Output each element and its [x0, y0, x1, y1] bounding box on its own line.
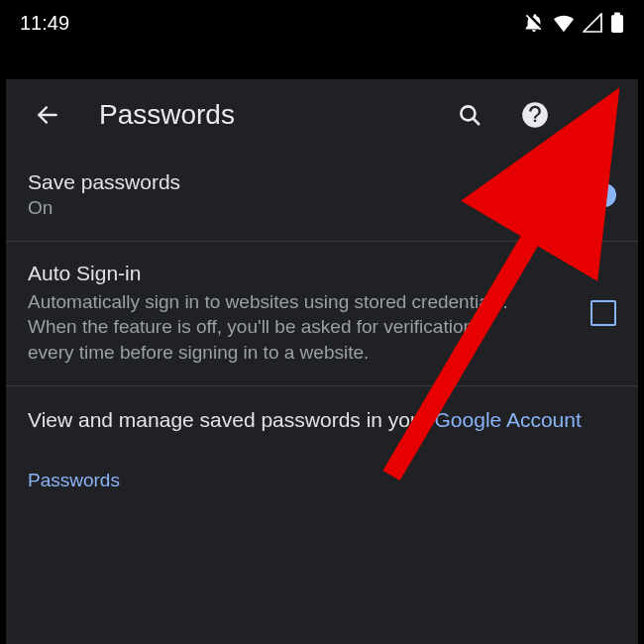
more-vert-icon [589, 103, 612, 127]
svg-rect-0 [611, 15, 623, 33]
app-content: Passwords Save passwords On Auto [6, 79, 638, 644]
arrow-left-icon [35, 102, 60, 128]
passwords-section-header: Passwords [6, 444, 638, 501]
setting-label: Save passwords [28, 170, 557, 194]
app-bar: Passwords [6, 79, 638, 151]
svg-point-6 [598, 106, 602, 110]
help-icon [521, 101, 549, 129]
svg-line-4 [473, 118, 479, 124]
help-button[interactable] [511, 91, 559, 139]
check-icon [593, 303, 613, 323]
svg-point-8 [598, 120, 602, 124]
back-button[interactable] [24, 91, 71, 139]
svg-rect-1 [614, 13, 620, 16]
save-passwords-toggle[interactable] [573, 181, 616, 209]
manage-passwords-note: View and manage saved passwords in your … [6, 386, 638, 444]
save-passwords-setting[interactable]: Save passwords On [6, 151, 638, 242]
auto-signin-checkbox[interactable] [590, 300, 616, 326]
cellular-icon [583, 13, 602, 33]
setting-description: Automatically sign in to websites using … [28, 289, 523, 366]
setting-label: Auto Sign-in [28, 262, 575, 285]
battery-icon [610, 12, 624, 34]
svg-point-7 [598, 113, 602, 117]
notification-off-icon [523, 12, 545, 34]
status-icons [523, 12, 624, 34]
wifi-icon [553, 13, 575, 33]
auto-signin-setting[interactable]: Auto Sign-in Automatically sign in to we… [6, 242, 638, 386]
search-icon [457, 102, 483, 128]
more-options-button[interactable] [577, 91, 624, 139]
setting-state: On [28, 196, 557, 221]
google-account-link[interactable]: Google Account [435, 408, 582, 431]
status-bar: 11:49 [0, 0, 644, 46]
search-button[interactable] [446, 91, 493, 139]
clock-text: 11:49 [20, 12, 69, 35]
page-title: Passwords [99, 99, 428, 131]
